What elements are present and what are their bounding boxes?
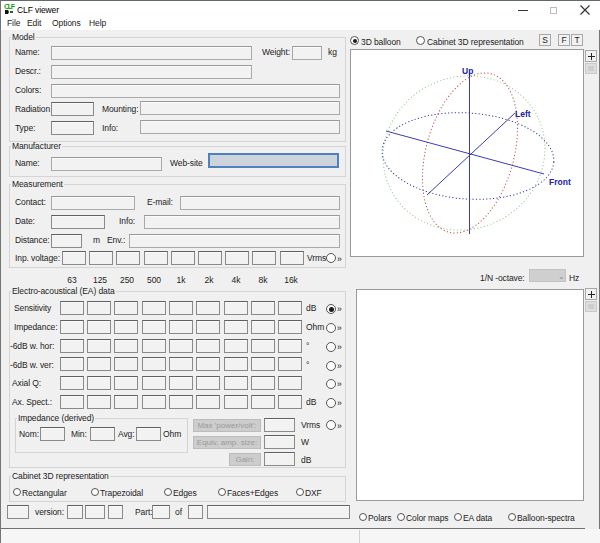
svg-text:CLF: CLF	[4, 3, 16, 10]
svg-text:Left: Left	[515, 109, 531, 119]
svg-text:Up: Up	[462, 66, 473, 76]
svg-text:Front: Front	[549, 177, 571, 187]
